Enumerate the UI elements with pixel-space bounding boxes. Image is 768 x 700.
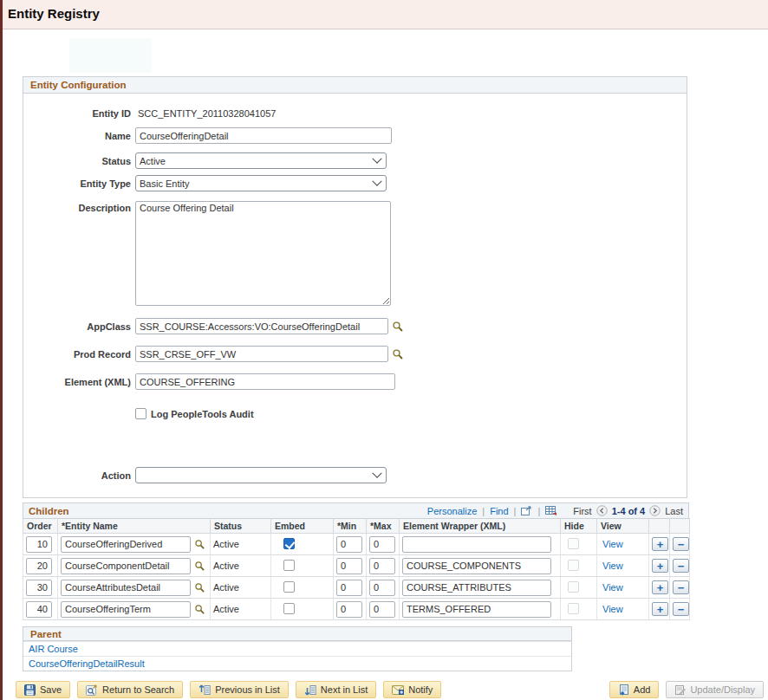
view-link[interactable]: View <box>602 604 623 614</box>
children-section-title: Children <box>29 506 69 516</box>
log-peopletools-audit-label: Log PeopleTools Audit <box>151 409 254 419</box>
element-wrapper-input[interactable] <box>402 580 551 596</box>
status-selected-value: Active <box>140 156 166 166</box>
col-status: Status <box>211 519 271 534</box>
lookup-icon[interactable] <box>194 604 205 615</box>
status-select[interactable]: Active <box>135 152 387 169</box>
return-to-search-button[interactable]: Return to Search <box>77 681 183 698</box>
parent-link[interactable]: CourseOfferingDetailResult <box>29 658 145 669</box>
table-row: Active View + − <box>23 555 690 577</box>
table-row: Active View + − <box>23 599 690 620</box>
order-input[interactable] <box>26 580 52 596</box>
add-button[interactable]: Add <box>609 681 660 698</box>
view-link[interactable]: View <box>602 561 623 571</box>
row-status: Active <box>211 599 271 620</box>
view-link[interactable]: View <box>602 582 623 593</box>
min-input[interactable] <box>336 601 362 618</box>
name-row: Name <box>23 127 392 144</box>
entity-name-input[interactable] <box>61 536 191 553</box>
lookup-icon[interactable] <box>194 561 205 572</box>
hide-checkbox <box>568 603 579 614</box>
row-status: Active <box>211 534 271 555</box>
element-wrapper-input[interactable] <box>402 558 551 574</box>
delete-row-button[interactable]: − <box>673 559 689 573</box>
save-button[interactable]: Save <box>16 681 70 698</box>
description-textarea[interactable]: Course Offering Detail <box>135 201 391 306</box>
embed-checkbox[interactable] <box>283 560 295 571</box>
pager-prev-icon[interactable] <box>596 505 608 516</box>
name-input[interactable] <box>135 127 392 144</box>
page-title: Entity Registry <box>3 0 768 21</box>
entity-type-select[interactable]: Basic Entity <box>135 175 387 191</box>
action-select[interactable] <box>135 467 387 483</box>
faded-highlight-region <box>69 38 152 73</box>
order-input[interactable] <box>26 558 52 574</box>
add-row-button[interactable]: + <box>652 537 668 551</box>
col-hide: Hide <box>561 519 597 534</box>
notify-button[interactable]: Notify <box>383 681 441 698</box>
chevron-down-icon <box>372 468 381 477</box>
element-xml-input[interactable] <box>135 373 395 390</box>
embed-checkbox[interactable] <box>283 603 295 614</box>
table-row: Active View + − <box>23 577 690 599</box>
save-icon <box>24 684 36 696</box>
chevron-down-icon <box>372 153 381 163</box>
children-grid-toolbar: Children Personalize | Find | | First 1-… <box>23 502 689 518</box>
entity-id-value: SCC_ENTITY_20110328041057 <box>138 108 276 119</box>
col-max: *Max <box>367 519 400 534</box>
embed-checkbox[interactable] <box>283 538 295 549</box>
min-input[interactable] <box>336 536 362 553</box>
personalize-link[interactable]: Personalize <box>427 506 477 516</box>
entity-name-input[interactable] <box>61 558 191 574</box>
window-left-border <box>0 0 3 700</box>
max-input[interactable] <box>369 536 395 553</box>
lookup-icon[interactable] <box>392 321 404 333</box>
view-link[interactable]: View <box>602 539 623 549</box>
parent-groupbox: Parent AIR Course CourseOfferingDetailRe… <box>23 626 572 671</box>
delete-row-button[interactable]: − <box>673 602 689 616</box>
entity-type-selected-value: Basic Entity <box>140 178 189 189</box>
pager-first-label[interactable]: First <box>573 506 591 516</box>
lookup-icon[interactable] <box>392 348 404 360</box>
next-in-list-icon <box>304 684 316 696</box>
notify-icon <box>392 685 404 695</box>
popup-window-icon[interactable] <box>521 506 532 515</box>
delete-row-button[interactable]: − <box>673 537 689 551</box>
entity-id-label: Entity ID <box>23 108 135 119</box>
return-to-search-icon <box>86 684 98 696</box>
embed-checkbox[interactable] <box>283 581 295 593</box>
log-peopletools-audit-checkbox[interactable] <box>135 408 146 419</box>
parent-link[interactable]: AIR Course <box>29 644 78 654</box>
children-grid: Children Personalize | Find | | First 1-… <box>23 502 689 620</box>
min-input[interactable] <box>336 580 362 596</box>
max-input[interactable] <box>369 558 395 574</box>
element-wrapper-input[interactable] <box>402 601 551 618</box>
element-wrapper-input[interactable] <box>402 536 551 553</box>
add-row-button[interactable]: + <box>652 559 668 573</box>
max-input[interactable] <box>369 601 395 618</box>
pager-next-icon[interactable] <box>649 505 661 516</box>
lookup-icon[interactable] <box>194 582 205 593</box>
add-row-button[interactable]: + <box>652 602 668 616</box>
prod-record-input[interactable] <box>135 346 388 362</box>
pager-last-label[interactable]: Last <box>665 506 683 516</box>
order-input[interactable] <box>26 536 52 553</box>
hide-checkbox <box>568 560 579 571</box>
max-input[interactable] <box>369 580 395 596</box>
delete-row-button[interactable]: − <box>673 580 689 594</box>
previous-in-list-button[interactable]: Previous in List <box>190 681 289 698</box>
add-row-button[interactable]: + <box>652 580 668 594</box>
entity-name-input[interactable] <box>61 601 191 618</box>
lookup-icon[interactable] <box>194 539 205 550</box>
order-input[interactable] <box>26 601 52 618</box>
next-in-list-button[interactable]: Next in List <box>296 681 376 698</box>
element-xml-label: Element (XML) <box>23 377 135 387</box>
name-label: Name <box>23 131 135 141</box>
row-status: Active <box>211 555 271 577</box>
find-link[interactable]: Find <box>490 506 508 516</box>
entity-name-input[interactable] <box>61 580 191 596</box>
min-input[interactable] <box>336 558 362 574</box>
download-grid-icon[interactable] <box>545 506 557 516</box>
appclass-input[interactable] <box>135 318 388 334</box>
children-table: Order *Entity Name Status Embed *Min *Ma… <box>23 518 690 620</box>
